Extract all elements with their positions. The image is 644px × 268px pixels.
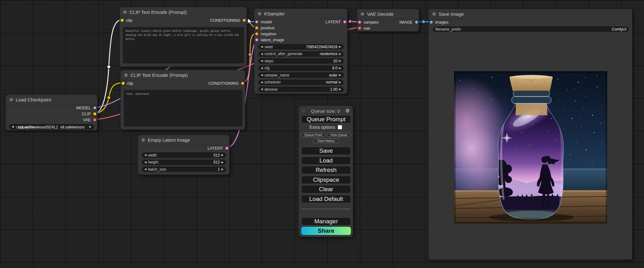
node-save-image[interactable]: Save Image images filename_prefixComfyUI: [429, 9, 632, 260]
stepper-next-icon[interactable]: ▶: [221, 154, 224, 157]
stepper-prev-icon[interactable]: ◀: [261, 45, 263, 48]
node-ksampler[interactable]: KSampler model LATENT positive negative …: [254, 9, 347, 94]
node-header[interactable]: Empty Latent Image: [138, 135, 229, 145]
reroute-dot-blue[interactable]: [422, 20, 425, 24]
output-slot-image[interactable]: [415, 20, 418, 24]
output-slot-latent[interactable]: [343, 20, 347, 24]
output-slot-model[interactable]: [93, 106, 97, 110]
stepper-prev-icon[interactable]: ◀: [261, 67, 263, 70]
combo-next-icon[interactable]: ▶: [89, 125, 92, 128]
node-header[interactable]: KSampler: [254, 9, 347, 19]
node-title: CLIP Text Encode (Prompt): [130, 9, 187, 15]
stepper-prev-icon[interactable]: ◀: [261, 60, 263, 62]
stepper-prev-icon[interactable]: ◀: [261, 88, 263, 91]
manager-button[interactable]: Manager: [301, 217, 351, 225]
filename-prefix-field[interactable]: filename_prefixComfyUI: [433, 26, 629, 32]
reroute-dot-pink[interactable]: [348, 20, 352, 23]
scheduler-combo[interactable]: ◀schedulernormal▶: [258, 80, 344, 85]
control-after-generate-combo[interactable]: ◀control_after_generaterandomize▶: [258, 51, 344, 57]
input-slot-negative[interactable]: [255, 32, 258, 36]
stepper-next-icon[interactable]: ▶: [339, 88, 341, 91]
input-slot-images[interactable]: [430, 20, 433, 24]
queue-front-button[interactable]: Queue Front: [301, 133, 325, 137]
input-slot-clip[interactable]: [120, 19, 124, 22]
collapse-dot[interactable]: [9, 98, 13, 101]
refresh-button[interactable]: Refresh: [301, 166, 351, 174]
stepper-prev-icon[interactable]: ◀: [261, 74, 263, 77]
collapse-dot[interactable]: [123, 10, 127, 14]
stepper-prev-icon[interactable]: ◀: [144, 161, 147, 164]
node-clip-text-encode-negative[interactable]: CLIP Text Encode (Prompt) clip CONDITION…: [120, 70, 245, 130]
stepper-next-icon[interactable]: ▶: [339, 45, 341, 48]
mouse-cursor: [247, 18, 254, 26]
stepper-next-icon[interactable]: ▶: [339, 60, 341, 62]
node-header[interactable]: Save Image: [429, 9, 632, 19]
input-slot-clip[interactable]: [121, 82, 125, 85]
stepper-prev-icon[interactable]: ◀: [144, 154, 147, 157]
stepper-prev-icon[interactable]: ◀: [144, 168, 147, 171]
output-slot-latent[interactable]: [225, 146, 229, 150]
reroute-dot-orange[interactable]: [248, 53, 252, 56]
gear-icon[interactable]: ⚙: [345, 108, 350, 113]
output-slot-vae[interactable]: [93, 118, 97, 122]
reroute-dot-white[interactable]: [107, 65, 111, 69]
denoise-stepper[interactable]: ◀denoise1.00▶: [258, 87, 344, 92]
stepper-next-icon[interactable]: ▶: [339, 74, 341, 77]
extra-options-checkbox[interactable]: [338, 125, 342, 129]
load-default-button[interactable]: Load Default: [301, 195, 351, 203]
cfg-stepper[interactable]: ◀cfg8.0▶: [258, 66, 344, 71]
queue-panel: Queue size: 0 ⚙ Queue Prompt Extra optio…: [298, 105, 353, 237]
input-slot-model[interactable]: [255, 20, 258, 24]
output-slot-conditioning[interactable]: [242, 19, 246, 22]
clear-button[interactable]: Clear: [301, 185, 351, 193]
height-stepper[interactable]: ◀height512▶: [142, 160, 226, 165]
node-header[interactable]: CLIP Text Encode (Prompt): [120, 7, 247, 17]
sampler-name-combo[interactable]: ◀sampler_nameeuler▶: [258, 72, 344, 78]
node-clip-text-encode-positive[interactable]: CLIP Text Encode (Prompt) clip CONDITION…: [119, 7, 247, 67]
clipspace-button[interactable]: Clipspace: [301, 176, 351, 184]
input-slot-positive[interactable]: [255, 26, 258, 30]
steps-stepper[interactable]: ◀steps20▶: [258, 58, 344, 64]
input-slot-latent-image[interactable]: [255, 38, 258, 42]
extra-options-label: Extra options: [309, 125, 335, 130]
collapse-dot[interactable]: [361, 12, 364, 16]
stepper-next-icon[interactable]: ▶: [221, 161, 224, 164]
positive-prompt-textarea[interactable]: beautiful scenery nature glass bottle la…: [123, 27, 244, 63]
graph-canvas[interactable]: Load Checkpoint MODEL CLIP VAE ◀ ckpt_na…: [0, 0, 644, 268]
combo-prev-icon[interactable]: ◀: [12, 125, 14, 128]
output-slot-clip[interactable]: [93, 112, 97, 116]
drag-handle-icon[interactable]: [302, 109, 306, 113]
input-slot-samples[interactable]: [358, 20, 361, 24]
collapse-dot[interactable]: [142, 138, 145, 142]
stepper-next-icon[interactable]: ▶: [339, 81, 341, 84]
width-stepper[interactable]: ◀width512▶: [142, 152, 226, 158]
stepper-next-icon[interactable]: ▶: [339, 67, 341, 70]
view-queue-button[interactable]: View Queue: [327, 133, 351, 137]
load-button[interactable]: Load: [301, 157, 351, 165]
input-slot-vae[interactable]: [358, 26, 361, 30]
node-header[interactable]: CLIP Text Encode (Prompt): [121, 70, 245, 80]
stepper-prev-icon[interactable]: ◀: [261, 81, 263, 84]
batch-size-stepper[interactable]: ◀batch_size1▶: [142, 167, 226, 172]
node-header[interactable]: Load Checkpoint: [6, 95, 97, 105]
view-history-button[interactable]: View History: [313, 139, 339, 143]
stepper-next-icon[interactable]: ▶: [339, 53, 341, 55]
queue-prompt-button[interactable]: Queue Prompt: [301, 115, 351, 123]
negative-prompt-textarea[interactable]: text, watermark: [124, 90, 242, 126]
seed-stepper[interactable]: ◀seed758542284624528▶: [258, 44, 344, 49]
stepper-prev-icon[interactable]: ◀: [261, 53, 263, 55]
save-button[interactable]: Save: [301, 147, 351, 155]
ckpt-name-combo[interactable]: ◀ ckpt_name copaxTimelessxlSDXL1_v8.safe…: [9, 124, 94, 129]
collapse-dot[interactable]: [432, 12, 436, 16]
collapse-dot[interactable]: [258, 12, 261, 15]
stepper-next-icon[interactable]: ▶: [221, 168, 224, 171]
node-load-checkpoint[interactable]: Load Checkpoint MODEL CLIP VAE ◀ ckpt_na…: [6, 94, 97, 130]
node-header[interactable]: VAE Decode: [357, 9, 419, 19]
share-button[interactable]: Share: [301, 227, 351, 235]
output-slot-conditioning[interactable]: [241, 82, 244, 85]
reroute-dot-yellow[interactable]: [107, 96, 111, 100]
node-title: Save Image: [439, 11, 464, 17]
node-vae-decode[interactable]: VAE Decode samples IMAGE vae: [357, 9, 419, 31]
collapse-dot[interactable]: [124, 73, 128, 77]
node-empty-latent-image[interactable]: Empty Latent Image LATENT ◀width512▶ ◀he…: [138, 135, 230, 175]
